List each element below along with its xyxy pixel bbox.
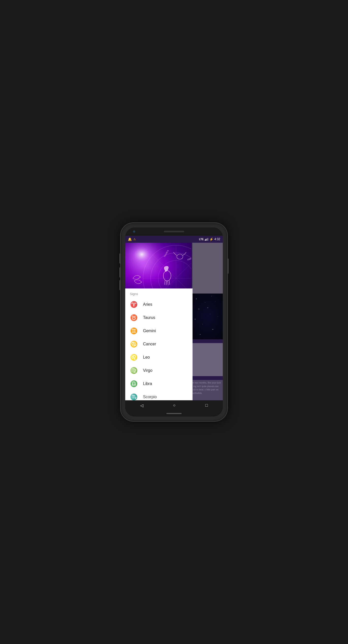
cancer-label: Cancer: [143, 342, 156, 346]
phone-bottom-bar: [125, 410, 223, 417]
aries-label: Aries: [143, 302, 152, 307]
gray-card-bottom2: [192, 380, 223, 400]
lte-indicator: LTE: [199, 238, 203, 241]
phone-device: 🔔 ⚠ LTE ⚡ 4:32: [121, 223, 227, 421]
gemini-symbol: ♊: [130, 328, 138, 334]
status-bar: 🔔 ⚠ LTE ⚡ 4:32: [125, 236, 223, 243]
right-content: ast two months, like your luck is ing is…: [192, 243, 223, 400]
back-button[interactable]: ◁: [135, 402, 148, 409]
drawer-item-taurus[interactable]: ♉ Taurus: [125, 311, 193, 324]
gray-card-top: [192, 243, 223, 294]
home-indicator: [166, 413, 182, 414]
bell-icon: 🔔: [128, 237, 132, 241]
drawer-item-cancer[interactable]: ♋ Cancer: [125, 338, 193, 351]
aries-symbol: ♈: [130, 301, 138, 308]
camera: [133, 230, 135, 233]
drawer-section-label: Signs: [125, 288, 193, 298]
cancer-symbol: ♋: [130, 341, 138, 347]
starry-image: [192, 294, 223, 339]
libra-label: Libra: [143, 381, 152, 386]
virgo-label: Virgo: [143, 368, 152, 373]
scorpio-label: Scorpio: [143, 395, 157, 399]
phone-screen: 🔔 ⚠ LTE ⚡ 4:32: [125, 227, 223, 417]
libra-symbol: ♎: [130, 381, 138, 387]
signal-icon: [205, 238, 208, 241]
gemini-label: Gemini: [143, 329, 156, 333]
drawer-item-libra[interactable]: ♎ Libra: [125, 377, 193, 390]
battery-icon: ⚡: [209, 237, 213, 241]
leo-label: Leo: [143, 355, 150, 360]
drawer-item-gemini[interactable]: ♊ Gemini: [125, 324, 193, 338]
gray-card-bottom: [192, 343, 223, 376]
status-right: LTE ⚡ 4:32: [199, 237, 220, 241]
drawer-item-virgo[interactable]: ♍ Virgo: [125, 364, 193, 377]
phone-top-bar: [125, 227, 223, 236]
screen: 🔔 ⚠ LTE ⚡ 4:32: [125, 236, 223, 410]
recents-button[interactable]: □: [200, 402, 213, 409]
navigation-drawer: Signs ♈ Aries ♉ Taurus ♊ Gemini: [125, 288, 193, 400]
scorpio-symbol: ♏: [130, 394, 138, 400]
home-button[interactable]: ○: [168, 402, 181, 409]
taurus-label: Taurus: [143, 315, 155, 320]
time-display: 4:32: [214, 237, 220, 241]
leo-symbol: ♌: [130, 354, 138, 360]
speaker: [164, 231, 184, 232]
bottom-navigation: ◁ ○ □: [125, 400, 223, 410]
drawer-item-leo[interactable]: ♌ Leo: [125, 351, 193, 364]
virgo-symbol: ♍: [130, 367, 138, 374]
drawer-item-aries[interactable]: ♈ Aries: [125, 298, 193, 311]
warning-icon: ⚠: [133, 238, 136, 241]
drawer-item-scorpio[interactable]: ♏ Scorpio: [125, 390, 193, 400]
main-content: ast two months, like your luck is ing is…: [125, 243, 223, 400]
taurus-symbol: ♉: [130, 315, 138, 321]
status-left: 🔔 ⚠: [128, 237, 136, 241]
